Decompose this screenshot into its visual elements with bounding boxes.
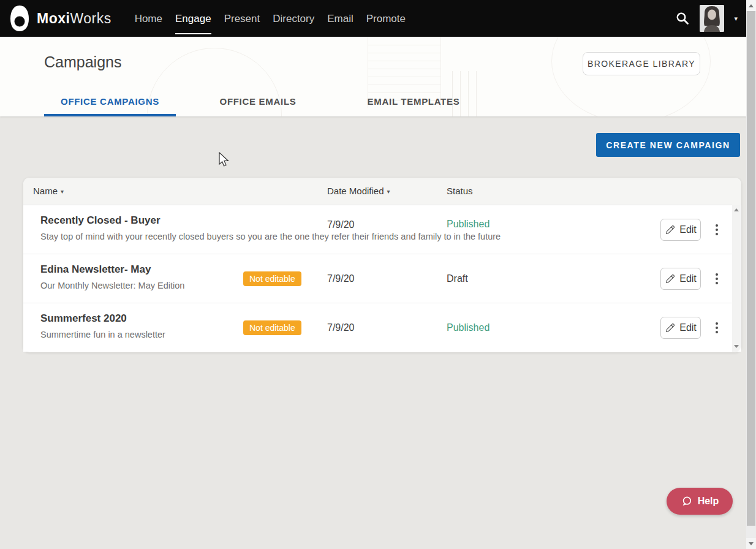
pencil-icon <box>665 274 675 284</box>
pencil-icon <box>665 323 675 333</box>
edit-button[interactable]: Edit <box>660 219 701 241</box>
user-avatar[interactable] <box>700 5 724 32</box>
column-header-date-label: Date Modified <box>327 186 384 196</box>
column-header-status: Status <box>447 178 473 205</box>
tab-office-emails[interactable]: OFFICE EMAILS <box>184 88 331 116</box>
table-header-row: Name▾ Date Modified▾ Status <box>23 178 741 205</box>
edit-button-label: Edit <box>679 273 697 284</box>
nav-item-home[interactable]: Home <box>135 2 162 34</box>
edit-button-label: Edit <box>679 224 697 235</box>
status-badge: Published <box>447 205 490 254</box>
nav-item-engage[interactable]: Engage <box>175 2 211 34</box>
row-menu-kebab-icon[interactable] <box>711 303 723 352</box>
scroll-up-icon[interactable] <box>734 208 739 211</box>
scrollbar-down-button[interactable] <box>746 538 756 549</box>
chat-bubble-icon <box>681 495 693 507</box>
not-editable-badge: Not editable <box>243 271 301 286</box>
table-row[interactable]: Edina Newsletter- May Our Monthly Newsle… <box>23 254 741 303</box>
header-map-pattern <box>551 37 711 116</box>
edit-button[interactable]: Edit <box>660 317 701 339</box>
table-row[interactable]: Recently Closed - Buyer Stay top of mind… <box>23 205 741 254</box>
help-button-label: Help <box>698 496 719 507</box>
status-badge: Draft <box>447 254 468 303</box>
tab-office-campaigns[interactable]: OFFICE CAMPAIGNS <box>44 88 176 116</box>
row-menu-kebab-icon[interactable] <box>711 254 723 303</box>
campaign-info: Recently Closed - Buyer Stay top of mind… <box>23 205 741 241</box>
date-modified-value: 7/9/20 <box>327 205 354 254</box>
campaign-name: Edina Newsletter- May <box>40 263 741 276</box>
campaign-name: Summerfest 2020 <box>40 312 741 325</box>
table-row[interactable]: Summerfest 2020 Summertime fun in a news… <box>23 303 741 352</box>
column-header-date-modified[interactable]: Date Modified▾ <box>327 178 390 205</box>
scroll-down-icon[interactable] <box>734 345 739 348</box>
avatar-dropdown-caret-icon[interactable]: ▾ <box>734 15 738 23</box>
scrollbar-up-button[interactable] <box>746 0 756 11</box>
campaign-name: Recently Closed - Buyer <box>40 214 741 227</box>
brokerage-library-button[interactable]: BROKERAGE LIBRARY <box>583 52 700 75</box>
column-header-status-label: Status <box>447 186 473 196</box>
nav-item-present[interactable]: Present <box>224 2 260 34</box>
sort-caret-icon: ▾ <box>387 188 390 195</box>
mouse-cursor <box>218 152 230 168</box>
help-button[interactable]: Help <box>667 488 733 515</box>
brand-text-bold: Moxi <box>37 10 70 26</box>
campaign-description: Our Monthly Newsletter: May Edition <box>40 281 741 290</box>
edit-button-label: Edit <box>679 322 697 333</box>
table-scrollbar[interactable] <box>732 205 741 352</box>
scroll-up-icon <box>749 4 754 7</box>
tab-bar: OFFICE CAMPAIGNS OFFICE EMAILS EMAIL TEM… <box>44 88 496 116</box>
date-modified-value: 7/9/20 <box>327 303 354 352</box>
nav-right: ▾ <box>675 5 738 32</box>
brand-text-light: Works <box>70 10 111 26</box>
page-title: Campaigns <box>44 53 121 71</box>
campaign-info: Summerfest 2020 Summertime fun in a news… <box>23 303 741 339</box>
campaign-description: Stay top of mind with your recently clos… <box>40 232 741 241</box>
page: MoxiWorks Home Engage Present Directory … <box>0 0 756 549</box>
scroll-down-icon <box>749 542 754 545</box>
page-header: Campaigns BROKERAGE LIBRARY OFFICE CAMPA… <box>0 37 746 116</box>
campaigns-table: Name▾ Date Modified▾ Status Recently Clo… <box>23 178 741 352</box>
search-icon[interactable] <box>675 11 690 26</box>
edit-button[interactable]: Edit <box>660 268 701 290</box>
top-nav: MoxiWorks Home Engage Present Directory … <box>0 0 746 37</box>
moxiworks-logo-icon <box>9 4 31 32</box>
nav-item-promote[interactable]: Promote <box>366 2 406 34</box>
date-modified-value: 7/9/20 <box>327 254 354 303</box>
status-badge: Published <box>447 303 490 352</box>
campaign-info: Edina Newsletter- May Our Monthly Newsle… <box>23 254 741 290</box>
brand-logo[interactable]: MoxiWorks <box>9 4 112 32</box>
row-menu-kebab-icon[interactable] <box>711 205 723 254</box>
column-header-name[interactable]: Name▾ <box>33 178 64 205</box>
nav-item-email[interactable]: Email <box>327 2 353 34</box>
not-editable-badge: Not editable <box>243 320 301 335</box>
page-scrollbar[interactable] <box>746 0 756 549</box>
avatar-photo <box>700 5 724 32</box>
nav-item-directory[interactable]: Directory <box>273 2 314 34</box>
campaign-description: Summertime fun in a newsletter <box>40 330 741 339</box>
column-header-name-label: Name <box>33 186 58 196</box>
pencil-icon <box>665 225 675 235</box>
tab-email-templates[interactable]: EMAIL TEMPLATES <box>340 88 487 116</box>
brand-text: MoxiWorks <box>37 10 112 27</box>
sort-caret-icon: ▾ <box>61 188 64 195</box>
scrollbar-thumb[interactable] <box>747 11 755 526</box>
create-new-campaign-button[interactable]: CREATE NEW CAMPAIGN <box>596 133 740 157</box>
primary-nav: Home Engage Present Directory Email Prom… <box>135 2 406 34</box>
